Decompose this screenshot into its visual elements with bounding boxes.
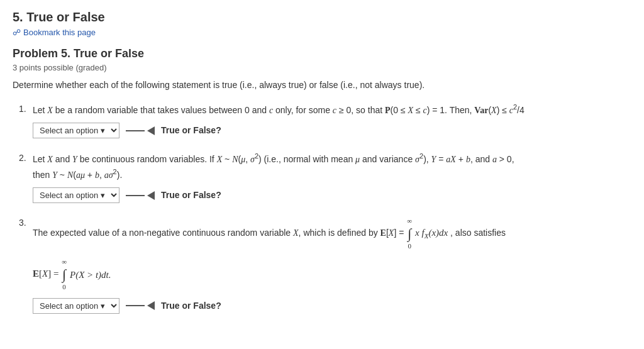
problem-list: 1. Let X be a random variable that takes…: [13, 102, 631, 314]
arrow-left-icon: [147, 126, 155, 135]
item-2-number: 2.: [19, 151, 30, 165]
problem-description: Determine whether each of the following …: [13, 79, 631, 92]
problem-item-3: 3. The expected value of a non-negative …: [19, 216, 631, 313]
item-2-select[interactable]: Select an option ▾ True False: [33, 187, 119, 203]
page-title: 5. True or False: [13, 10, 631, 25]
item-1-tof-label: True or False?: [161, 123, 221, 137]
item-1-answer-row: Select an option ▾ True False True or Fa…: [33, 123, 631, 138]
arrow-line-2-icon: [126, 195, 145, 196]
arrow-left-2-icon: [147, 191, 155, 200]
item-1-text: Let X be a random variable that takes va…: [33, 102, 631, 118]
item-3-select[interactable]: Select an option ▾ True False: [33, 298, 119, 314]
item-3-formula: E[X] = ∞ ∫ 0 P(X > t)dt.: [33, 257, 631, 292]
problem-heading: Problem 5. True or False: [13, 47, 631, 60]
item-1-arrow: [126, 126, 155, 135]
bookmark-label: Bookmark this page: [23, 28, 96, 37]
bookmark-icon: ☍: [13, 28, 21, 37]
item-3-text: The expected value of a non-negative con…: [33, 216, 631, 252]
item-2-tof-label: True or False?: [161, 188, 221, 202]
item-3-tof-label: True or False?: [161, 299, 221, 313]
item-3-answer-row: Select an option ▾ True False True or Fa…: [33, 298, 631, 314]
integral-expression-1: ∞ ∫ 0 x fX(x)dx: [406, 216, 448, 252]
item-2-arrow: [126, 191, 155, 200]
arrow-line-3-icon: [126, 305, 145, 306]
problem-item-2: 2. Let X and Y be continuous random vari…: [19, 151, 631, 203]
item-1-number: 1.: [19, 102, 30, 116]
arrow-left-3-icon: [147, 301, 155, 310]
item-2-text: Let X and Y be continuous random variabl…: [33, 151, 631, 182]
arrow-line-icon: [126, 130, 145, 131]
item-3-number: 3.: [19, 216, 30, 230]
item-1-select[interactable]: Select an option ▾ True False: [33, 123, 119, 138]
integral-expression-2: ∞ ∫ 0 P(X > t)dt.: [61, 257, 111, 292]
points-label: 3 points possible (graded): [13, 63, 631, 72]
bookmark-link[interactable]: ☍ Bookmark this page: [13, 28, 96, 37]
problem-item-1: 1. Let X be a random variable that takes…: [19, 102, 631, 138]
item-2-answer-row: Select an option ▾ True False True or Fa…: [33, 187, 631, 203]
item-3-arrow: [126, 301, 155, 310]
